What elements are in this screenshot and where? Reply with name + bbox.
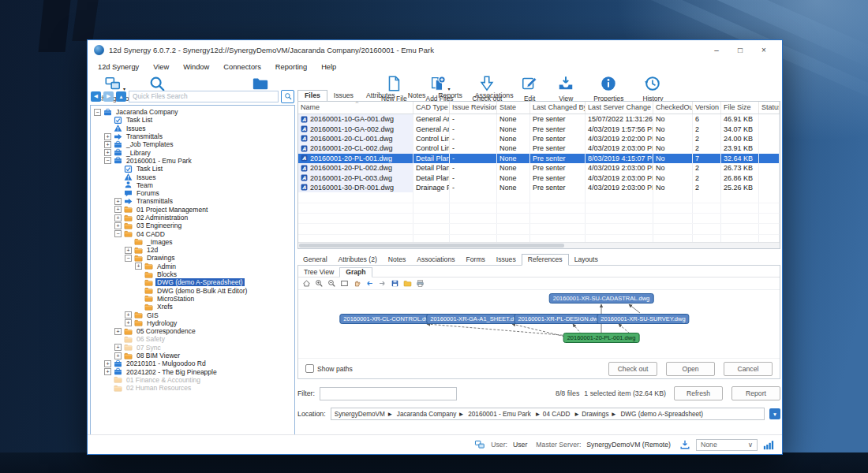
tree-item-05-correspondence[interactable]: +05 Correspondence <box>91 327 294 335</box>
tree-item-20160001-emu-park[interactable]: −20160001 - Emu Park <box>91 157 294 165</box>
nav-up-button[interactable]: ▲ <box>116 91 126 102</box>
tree-item-07-sync[interactable]: +07 Sync <box>91 344 294 352</box>
report-button[interactable]: Report <box>731 386 780 400</box>
tree-item-xrefs[interactable]: Xrefs <box>91 303 294 311</box>
tab-issues[interactable]: Issues <box>491 255 522 265</box>
graph-node-20160001-xr-pl-design-dwg[interactable]: 20160001-XR-PL-DESIGN.dwg <box>514 314 604 324</box>
graph-node-20160001-xr-su-survey-dwg[interactable]: 20160001-XR-SU-SURVEY.dwg <box>597 314 689 324</box>
menu-help[interactable]: Help <box>314 61 343 73</box>
tree-item-04-cadd[interactable]: −04 CADD <box>91 229 294 237</box>
quick-search-button[interactable] <box>281 90 294 103</box>
download-icon[interactable] <box>679 439 690 450</box>
tree-expander[interactable]: − <box>125 255 132 262</box>
tree-item-01-project-management[interactable]: +01 Project Management <box>91 206 294 214</box>
tab-graph[interactable]: Graph <box>339 267 372 277</box>
tab-notes[interactable]: Notes <box>383 255 411 265</box>
graph-zoom-out-icon[interactable] <box>327 279 336 288</box>
location-dropdown-button[interactable]: ▼ <box>769 408 780 419</box>
tree-item-06-safety[interactable]: 06 Safety <box>91 335 294 343</box>
minimize-button[interactable]: – <box>705 43 728 58</box>
column-header-state[interactable]: State <box>497 102 530 114</box>
tree-expander[interactable]: + <box>114 352 122 359</box>
tree-item-02-human-resources[interactable]: 02 Human Resources <box>91 384 294 392</box>
tree-expander[interactable]: + <box>114 222 122 229</box>
filter-input[interactable] <box>320 387 457 400</box>
nav-forward-button[interactable]: ▶ <box>103 91 114 102</box>
location-input[interactable] <box>331 408 765 420</box>
tab-associations[interactable]: Associations <box>411 255 460 265</box>
tree-expander[interactable]: − <box>94 109 101 116</box>
tree-expander[interactable]: − <box>104 157 111 164</box>
tree-item-jacaranda-company[interactable]: −Jacaranda Company <box>91 108 294 116</box>
check-out-button[interactable]: Check out <box>608 362 657 376</box>
column-header-issue-revision[interactable]: Issue Revision <box>450 102 497 114</box>
tab-files[interactable]: Files <box>297 90 327 101</box>
tab-reports[interactable]: Reports <box>432 91 468 101</box>
tree-item-team[interactable]: Team <box>91 181 294 189</box>
tree-item-20241202-the-big-pineapple[interactable]: +20241202 - The Big Pineapple <box>91 368 294 376</box>
tree-item-dwg-demo-b-bulk-att-editor[interactable]: DWG (demo B-Bulk Att Editor) <box>91 287 294 295</box>
tree-expander[interactable]: + <box>114 214 122 222</box>
tree-item-microstation[interactable]: MicroStation <box>91 295 294 303</box>
close-button[interactable]: × <box>752 43 776 58</box>
graph-node-20160001-xr-ga-a1-sheet-dwg[interactable]: 20160001-XR-GA-A1_SHEET.dwg <box>426 314 525 324</box>
tree-expander[interactable]: + <box>135 263 142 270</box>
nav-back-button[interactable]: ◀ <box>91 91 101 102</box>
graph-save-icon[interactable] <box>391 279 399 288</box>
tab-references[interactable]: References <box>522 254 569 266</box>
tree-item-01-finance-accounting[interactable]: 01 Finance & Accounting <box>91 376 294 384</box>
tree-item-forums[interactable]: Forums <box>91 189 294 197</box>
tree-item-20210101-mulgoodoo-rd[interactable]: +20210101 - Mulgoodoo Rd <box>91 359 294 367</box>
graph-back-icon[interactable] <box>365 279 374 288</box>
tree-item-gis[interactable]: +GIS <box>91 311 294 318</box>
scrollbar-thumb[interactable] <box>299 244 564 248</box>
tree-item-drawings[interactable]: −Drawings <box>91 254 294 262</box>
tab-attributes[interactable]: Attributes <box>360 91 402 101</box>
tree-expander[interactable]: + <box>114 198 122 205</box>
column-header-name[interactable]: Name^ <box>298 102 413 114</box>
table-row[interactable]: A20160001-20-PL-002.dwgDetail Plan La...… <box>298 163 780 173</box>
graph-forward-icon[interactable] <box>378 279 387 288</box>
column-header-status[interactable]: Status <box>759 102 780 114</box>
graph-zoom-in-icon[interactable] <box>315 279 324 288</box>
graph-open-icon[interactable] <box>403 279 412 288</box>
menu-view[interactable]: View <box>146 61 176 73</box>
open-button[interactable]: Open <box>666 362 715 376</box>
graph-print-icon[interactable] <box>416 279 425 288</box>
tree-expander[interactable]: + <box>104 368 111 375</box>
table-row[interactable]: A20160001-20-CL-001.dwgControl Line ...-… <box>298 134 780 143</box>
tree-expander[interactable]: + <box>104 141 111 148</box>
tree-item-issues[interactable]: Issues <box>91 173 294 181</box>
tab-forms[interactable]: Forms <box>460 255 490 265</box>
menu-connectors[interactable]: Connectors <box>216 61 268 73</box>
tab-tree-view[interactable]: Tree View <box>298 268 339 277</box>
graph-node-20160001-20-pl-001-dwg[interactable]: 20160001-20-PL-001.dwg <box>563 333 640 343</box>
table-row[interactable]: A20160001-30-DR-001.dwgDrainage Plan-Non… <box>298 183 780 192</box>
tree-item-03-engineering[interactable]: +03 Engineering <box>91 222 294 229</box>
quick-files-search-input[interactable] <box>129 91 279 102</box>
table-row[interactable]: A20160001-20-PL-003.dwgDetail Plan La...… <box>298 173 780 182</box>
tree-item-08-bim-viewer[interactable]: +08 BIM Viewer <box>91 352 294 359</box>
menu-12d-synergy[interactable]: 12d Synergy <box>91 61 146 73</box>
checkbox-box[interactable] <box>305 364 314 373</box>
tab-issues[interactable]: Issues <box>327 91 360 101</box>
tab-notes[interactable]: Notes <box>402 91 432 101</box>
tree-item-issues[interactable]: Issues <box>91 125 294 132</box>
table-row[interactable]: A20160001-10-GA-001.dwgGeneral Arra...-N… <box>298 114 780 124</box>
column-header-checkedout[interactable]: CheckedOut <box>653 102 693 114</box>
tree-item-job-templates[interactable]: +_Job Templates <box>91 140 294 148</box>
graph-zoom-rect-icon[interactable] <box>340 279 349 288</box>
tree-expander[interactable]: − <box>114 230 122 237</box>
tree-expander[interactable]: + <box>114 328 122 335</box>
graph-node-20160001-xr-cl-control-dwg[interactable]: 20160001-XR-CL-CONTROL.dwg <box>339 314 436 324</box>
column-header-file-size[interactable]: File Size <box>721 102 759 114</box>
tree-item-transmittals[interactable]: +Transmittals <box>91 132 294 140</box>
restore-button[interactable]: □ <box>728 43 752 58</box>
table-row[interactable]: A20160001-20-CL-002.dwgControl Line ...-… <box>298 143 780 153</box>
graph-pan-hand-icon[interactable] <box>353 279 361 288</box>
tree-item-hydrology[interactable]: +Hydrology <box>91 319 294 327</box>
tab-layouts[interactable]: Layouts <box>569 255 604 265</box>
tab-general[interactable]: General <box>297 255 333 265</box>
tree-item-task-list[interactable]: Task List <box>91 116 294 124</box>
tree-expander[interactable]: + <box>114 344 122 351</box>
